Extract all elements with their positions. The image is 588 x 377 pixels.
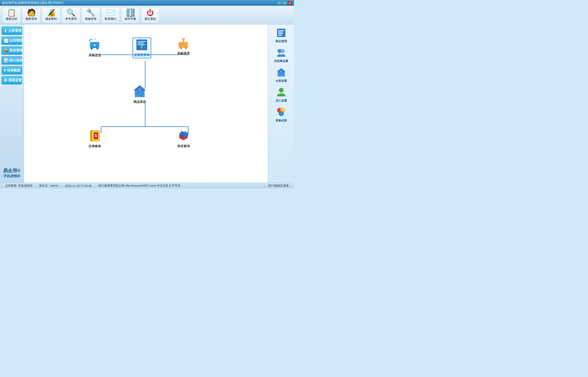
right-gongyingshang-shezhi[interactable]: 供货商设置 [273,46,289,64]
svg-rect-13 [138,41,146,42]
right-yuangong-shezhi[interactable]: 员工设置 [274,86,288,104]
brand-subtitle: 手机进销存 [3,174,21,178]
flowchart: + 采购进货 [37,30,265,180]
svg-point-10 [96,47,99,50]
titlebar: 易企用手机进销存管理系统 [易企用] 2024V2 ─ □ ✕ [0,0,294,6]
wanglai-zhangwu-icon: $ [88,129,102,143]
jin-tui-chaxun-icon [135,39,149,52]
node-jin-tui-chaxun[interactable]: 进退货查询 [132,38,151,58]
chuanhaochaxun-icon: 🔍 [66,9,76,16]
toolbar: 📋 便签记录 🧑 重新登录 🔏 修改密码 🔍 串号查询 🔧 维修管理 ✉️ 联系… [0,6,294,24]
node-caigou-tuihuo[interactable]: 采购退货 [177,38,190,56]
right-cangku-shezhi[interactable]: 仓库设置 [274,66,288,84]
yuangong-shezhi-label: 员工设置 [275,99,287,103]
node-shangpin-kucun[interactable]: 商品库存 [132,84,147,104]
chongxindenglu-label: 重新登录 [26,17,37,21]
toolbar-chuanhaochaxun-button[interactable]: 🔍 串号查询 [62,7,80,23]
chukuguanli-label: 出库管理 [9,38,23,43]
tuichuxitong-label: 退出系统 [144,17,156,21]
svg-point-49 [281,49,285,53]
genghuanpifu-icon [276,107,286,118]
xitongshezhi-icon: ⚙ [4,78,7,82]
svg-rect-44 [278,30,284,31]
toolbar-xiugaimima-button[interactable]: 🔏 修改密码 [42,7,60,23]
svg-text:$: $ [95,133,97,138]
genghuanpifu-label: 更换皮肤 [275,119,287,122]
sidebar-item-kucunguanli[interactable]: 📦 库存管理 [2,46,22,55]
gongyingshang-shezhi-icon [276,47,286,59]
sidebar-item-tongjibiaobiao[interactable]: 📊 统计报表 [2,56,22,65]
svg-point-9 [91,47,93,50]
svg-text:+: + [93,42,96,48]
toolbar-bianjiji-button[interactable]: 📋 便签记录 [2,7,21,23]
node-kucun-chaxun[interactable]: 库存查询 [177,129,190,149]
sidebar-item-xitongshezhi[interactable]: ⚙ 系统设置 [2,76,22,84]
svg-rect-19 [179,42,188,47]
right-genghuanpifu[interactable]: 更换皮肤 [274,106,288,123]
toolbar-chongxindenglu-button[interactable]: 🧑 重新登录 [22,7,41,23]
svg-rect-15 [138,44,145,45]
shangpin-guanli-icon [276,28,286,39]
caozuoshouce-label: 操作手册 [125,17,136,21]
svg-point-58 [279,111,284,116]
svg-point-22 [180,47,182,49]
node-caigou-jinghuo[interactable]: + 采购进货 [88,38,102,58]
titlebar-controls[interactable]: ─ □ ✕ [277,1,292,5]
minimize-button[interactable]: ─ [277,1,281,5]
svg-point-55 [279,88,284,92]
lianxiwomen-label: 联系我们 [105,17,116,21]
sidebar-item-wanglaizh[interactable]: ¥ 往来账款 [2,66,22,75]
cangku-shezhi-label: 仓库设置 [275,79,287,83]
xitongshezhi-label: 系统设置 [8,78,22,83]
statusbar: 当前帐套: 手机进销存 操作员：admin 2024-11-29 17:00:4… [0,183,294,188]
toolbar-lianxiwomen-button[interactable]: ✉️ 联系我们 [101,7,120,23]
svg-rect-43 [277,29,285,37]
right-shangpin-guanli[interactable]: 商品管理 [274,27,288,44]
svg-rect-53 [279,72,284,73]
svg-rect-17 [141,46,142,48]
toolbar-caozuoshouce-button[interactable]: ℹ️ 操作手册 [121,7,140,23]
kucun-chaxun-icon [177,129,190,143]
status-datetime: 2024-11-29 17:00:40 [62,183,95,188]
rukuguanli-icon: ⬇ [4,29,7,33]
node-wanglai-zhangwu[interactable]: $ 往来账务 [88,129,102,149]
shangpin-kucun-icon [132,84,147,99]
shangpin-kucun-label: 商品库存 [133,100,146,104]
sidebar-item-chukuguanli[interactable]: 📈 出库管理 [2,36,22,45]
svg-rect-28 [136,94,143,95]
shangpin-guanli-label: 商品管理 [275,39,287,43]
sidebar-item-rukuguanli[interactable]: ⬇ 入库管理 [2,27,22,35]
svg-rect-46 [278,33,283,34]
tongjibiaobiao-icon: 📊 [4,58,8,63]
maximize-button[interactable]: □ [283,1,287,5]
svg-rect-54 [279,74,284,75]
svg-point-29 [139,88,141,90]
caigou-jinghuo-icon: + [88,38,102,52]
wanglai-zhangwu-label: 往来账务 [89,144,101,149]
titlebar-title: 易企用手机进销存管理系统 [易企用] 2024V2 [2,1,63,5]
toolbar-tuichuxitong-button[interactable]: ⏻ 退出系统 [141,7,160,23]
bianjiji-label: 便签记录 [6,17,17,21]
status-operator: 操作员：admin [36,183,62,188]
caozuoshouce-icon: ℹ️ [126,9,135,16]
flowchart-connectors [37,30,265,180]
svg-rect-47 [278,35,282,36]
brand-name: 易企用® [3,168,21,174]
caigou-jinghuo-label: 采购进货 [89,53,101,58]
chuanhaochaxun-label: 串号查询 [65,17,77,21]
svg-point-23 [185,47,187,49]
yuangong-shezhi-icon [276,87,286,98]
toolbar-weixiuguanli-button[interactable]: 🔧 维修管理 [81,7,100,23]
tongjibiaobiao-label: 统计报表 [9,58,23,63]
kucunguanli-label: 库存管理 [9,48,23,53]
rukuguanli-label: 入库管理 [8,28,22,33]
svg-marker-20 [182,39,185,41]
lianxiwomen-icon: ✉️ [106,9,115,16]
xiugaimima-icon: 🔏 [47,9,56,16]
close-button[interactable]: ✕ [288,1,292,5]
status-lock[interactable]: 按F2键锁定屏幕 [265,183,292,188]
svg-point-52 [280,70,282,72]
caigou-tuihuo-icon [177,38,190,50]
sidebar-logo: 易企用® 手机进销存 [2,165,22,181]
svg-rect-31 [90,130,92,141]
